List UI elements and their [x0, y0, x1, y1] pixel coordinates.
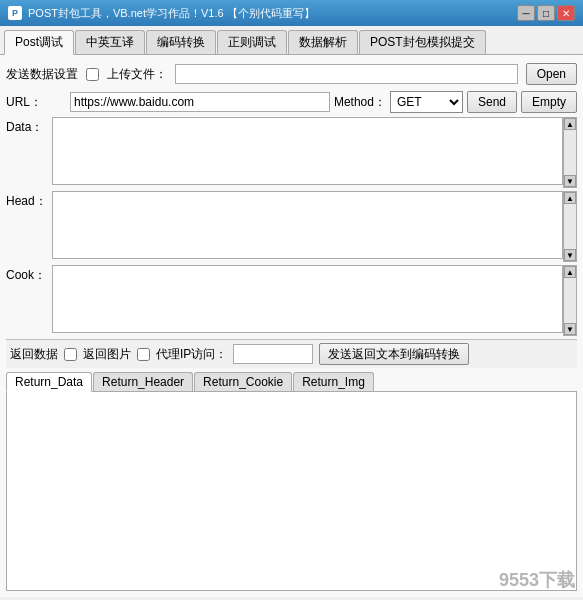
return-tab-img[interactable]: Return_Img — [293, 372, 374, 391]
app-icon: P — [8, 6, 22, 20]
head-section: Head： ▲ ▼ — [6, 191, 577, 261]
data-scrollbar[interactable]: ▲ ▼ — [563, 117, 577, 188]
maximize-button[interactable]: □ — [537, 5, 555, 21]
head-textarea-wrap: ▲ ▼ — [52, 191, 577, 262]
data-scroll-down[interactable]: ▼ — [564, 175, 576, 187]
tab-encode[interactable]: 编码转换 — [146, 30, 216, 54]
return-tab-cookie[interactable]: Return_Cookie — [194, 372, 292, 391]
url-input[interactable] — [70, 92, 330, 112]
data-label: Data： — [6, 117, 48, 136]
return-tab-header[interactable]: Return_Header — [93, 372, 193, 391]
return-data-label: 返回数据 — [10, 346, 58, 363]
proxy-checkbox[interactable] — [137, 348, 150, 361]
cook-section: Cook： ▲ ▼ — [6, 265, 577, 335]
head-textarea[interactable] — [52, 191, 563, 259]
method-label: Method： — [334, 94, 386, 111]
main-tabs: Post调试 中英互译 编码转换 正则调试 数据解析 POST封包模拟提交 — [0, 26, 583, 55]
send-button[interactable]: Send — [467, 91, 517, 113]
data-section: Data： ▲ ▼ — [6, 117, 577, 187]
bottom-section: Return_Data Return_Header Return_Cookie … — [6, 372, 577, 591]
send-encode-button[interactable]: 发送返回文本到编码转换 — [319, 343, 469, 365]
url-row: URL： Method： GET POST HEAD PUT DELETE Se… — [6, 91, 577, 113]
title-bar: P POST封包工具，VB.net学习作品！V1.6 【个别代码重写】 ─ □ … — [0, 0, 583, 26]
tab-post[interactable]: Post调试 — [4, 30, 74, 55]
content-area: 发送数据设置 上传文件： Open URL： Method： GET POST … — [0, 55, 583, 597]
upload-file-label: 上传文件： — [107, 66, 167, 83]
upload-checkbox[interactable] — [86, 68, 99, 81]
head-label: Head： — [6, 191, 48, 210]
send-data-label: 发送数据设置 — [6, 66, 78, 83]
settings-row: 发送数据设置 上传文件： Open — [6, 61, 577, 87]
return-content-area[interactable] — [6, 391, 577, 591]
empty-button[interactable]: Empty — [521, 91, 577, 113]
cook-scrollbar[interactable]: ▲ ▼ — [563, 265, 577, 336]
return-tabs: Return_Data Return_Header Return_Cookie … — [6, 372, 577, 391]
return-img-checkbox[interactable] — [64, 348, 77, 361]
proxy-input[interactable] — [233, 344, 313, 364]
cook-label: Cook： — [6, 265, 48, 284]
tab-simulate[interactable]: POST封包模拟提交 — [359, 30, 486, 54]
return-controls-row: 返回数据 返回图片 代理IP访问： 发送返回文本到编码转换 — [6, 339, 577, 368]
method-select[interactable]: GET POST HEAD PUT DELETE — [390, 91, 463, 113]
title-text: POST封包工具，VB.net学习作品！V1.6 【个别代码重写】 — [28, 6, 315, 21]
cook-scroll-up[interactable]: ▲ — [564, 266, 576, 278]
cook-textarea[interactable] — [52, 265, 563, 333]
title-buttons: ─ □ ✕ — [517, 5, 575, 21]
head-scroll-up[interactable]: ▲ — [564, 192, 576, 204]
head-scrollbar[interactable]: ▲ ▼ — [563, 191, 577, 262]
tab-regex[interactable]: 正则调试 — [217, 30, 287, 54]
upload-file-input[interactable] — [175, 64, 518, 84]
close-button[interactable]: ✕ — [557, 5, 575, 21]
cook-scroll-down[interactable]: ▼ — [564, 323, 576, 335]
proxy-label: 代理IP访问： — [156, 346, 227, 363]
tab-parse[interactable]: 数据解析 — [288, 30, 358, 54]
data-scroll-up[interactable]: ▲ — [564, 118, 576, 130]
head-scroll-down[interactable]: ▼ — [564, 249, 576, 261]
data-textarea[interactable] — [52, 117, 563, 185]
minimize-button[interactable]: ─ — [517, 5, 535, 21]
data-textarea-wrap: ▲ ▼ — [52, 117, 577, 188]
cook-textarea-wrap: ▲ ▼ — [52, 265, 577, 336]
return-tab-data[interactable]: Return_Data — [6, 372, 92, 392]
return-img-label: 返回图片 — [83, 346, 131, 363]
open-button[interactable]: Open — [526, 63, 577, 85]
tab-translate[interactable]: 中英互译 — [75, 30, 145, 54]
url-label: URL： — [6, 94, 66, 111]
